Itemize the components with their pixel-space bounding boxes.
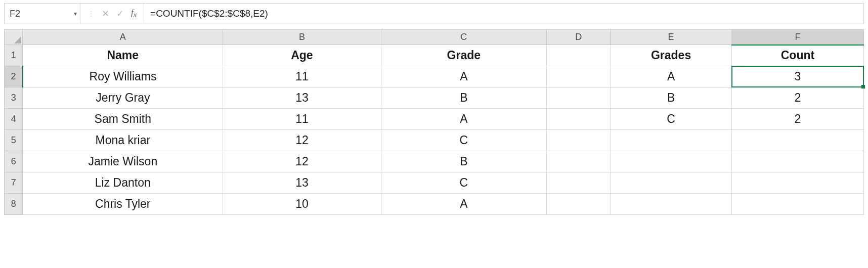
separator-icon: ⋮ [88,10,95,18]
table-row: 1 Name Age Grade Grades Count [5,45,864,66]
cell-B2[interactable]: 11 [223,66,381,87]
cell-D1[interactable] [547,45,611,66]
cell-C5[interactable]: C [381,130,546,151]
cell-B4[interactable]: 11 [223,109,381,130]
cell-F5[interactable] [731,130,863,151]
spreadsheet-grid[interactable]: A B C D E F 1 Name Age Grade Grades Coun… [4,29,864,215]
row-header-2[interactable]: 2 [5,66,23,87]
cell-D3[interactable] [547,87,611,109]
cancel-icon[interactable]: ✕ [102,8,109,19]
cell-value: 3 [795,70,801,83]
table-row: 5 Mona kriar 12 C [5,130,864,151]
cell-A3[interactable]: Jerry Gray [23,87,223,109]
cell-C6[interactable]: B [381,151,546,172]
name-box[interactable]: F2 ▾ [5,4,80,24]
cell-F3[interactable]: 2 [731,87,863,109]
formula-bar: F2 ▾ ⋮ ✕ ✓ fx =COUNTIF($C$2:$C$8,E2) [4,3,864,24]
table-row: 7 Liz Danton 13 C [5,172,864,194]
cell-B3[interactable]: 13 [223,87,381,109]
cell-F7[interactable] [731,172,863,194]
cell-D8[interactable] [547,194,611,215]
select-all-corner[interactable] [5,30,23,45]
cell-B5[interactable]: 12 [223,130,381,151]
col-header-F[interactable]: F [731,30,863,45]
col-header-B[interactable]: B [223,30,381,45]
column-header-row: A B C D E F [5,30,864,45]
cell-A2[interactable]: Roy Williams [23,66,223,87]
cell-A5[interactable]: Mona kriar [23,130,223,151]
formula-bar-buttons: ⋮ ✕ ✓ fx [80,4,144,24]
cell-C3[interactable]: B [381,87,546,109]
table-row: 3 Jerry Gray 13 B B 2 [5,87,864,109]
cell-C2[interactable]: A [381,66,546,87]
cell-F8[interactable] [731,194,863,215]
cell-B7[interactable]: 13 [223,172,381,194]
formula-input[interactable]: =COUNTIF($C$2:$C$8,E2) [144,4,863,24]
cell-E3[interactable]: B [611,87,732,109]
cell-A8[interactable]: Chris Tyler [23,194,223,215]
dropdown-icon[interactable]: ▾ [74,10,77,17]
cell-F1[interactable]: Count [731,45,863,66]
enter-icon[interactable]: ✓ [116,8,124,19]
col-header-C[interactable]: C [381,30,546,45]
row-header-6[interactable]: 6 [5,151,23,172]
table-row: 8 Chris Tyler 10 A [5,194,864,215]
cell-A4[interactable]: Sam Smith [23,109,223,130]
fx-icon[interactable]: fx [131,8,137,19]
cell-C1[interactable]: Grade [381,45,546,66]
cell-D6[interactable] [547,151,611,172]
cell-D4[interactable] [547,109,611,130]
cell-F4[interactable]: 2 [731,109,863,130]
col-header-E[interactable]: E [611,30,732,45]
cell-C7[interactable]: C [381,172,546,194]
cell-D2[interactable] [547,66,611,87]
table-row: 4 Sam Smith 11 A C 2 [5,109,864,130]
table-row: 2 Roy Williams 11 A A 3 [5,66,864,87]
cell-reference: F2 [10,9,20,19]
col-header-A[interactable]: A [23,30,223,45]
row-header-4[interactable]: 4 [5,109,23,130]
cell-B1[interactable]: Age [223,45,381,66]
row-header-7[interactable]: 7 [5,172,23,194]
cell-A7[interactable]: Liz Danton [23,172,223,194]
cell-E5[interactable] [611,130,732,151]
cell-F6[interactable] [731,151,863,172]
formula-text: =COUNTIF($C$2:$C$8,E2) [150,8,268,19]
row-header-5[interactable]: 5 [5,130,23,151]
cell-F2[interactable]: 3 [731,66,863,87]
cell-E6[interactable] [611,151,732,172]
row-header-8[interactable]: 8 [5,194,23,215]
cell-A6[interactable]: Jamie Wilson [23,151,223,172]
cell-C8[interactable]: A [381,194,546,215]
row-header-1[interactable]: 1 [5,45,23,66]
cell-C4[interactable]: A [381,109,546,130]
cell-E2[interactable]: A [611,66,732,87]
cell-E4[interactable]: C [611,109,732,130]
cell-E7[interactable] [611,172,732,194]
cell-B6[interactable]: 12 [223,151,381,172]
cell-D7[interactable] [547,172,611,194]
row-header-3[interactable]: 3 [5,87,23,109]
cell-D5[interactable] [547,130,611,151]
cell-E1[interactable]: Grades [611,45,732,66]
cell-B8[interactable]: 10 [223,194,381,215]
cell-A1[interactable]: Name [23,45,223,66]
col-header-D[interactable]: D [547,30,611,45]
cell-E8[interactable] [611,194,732,215]
table-row: 6 Jamie Wilson 12 B [5,151,864,172]
